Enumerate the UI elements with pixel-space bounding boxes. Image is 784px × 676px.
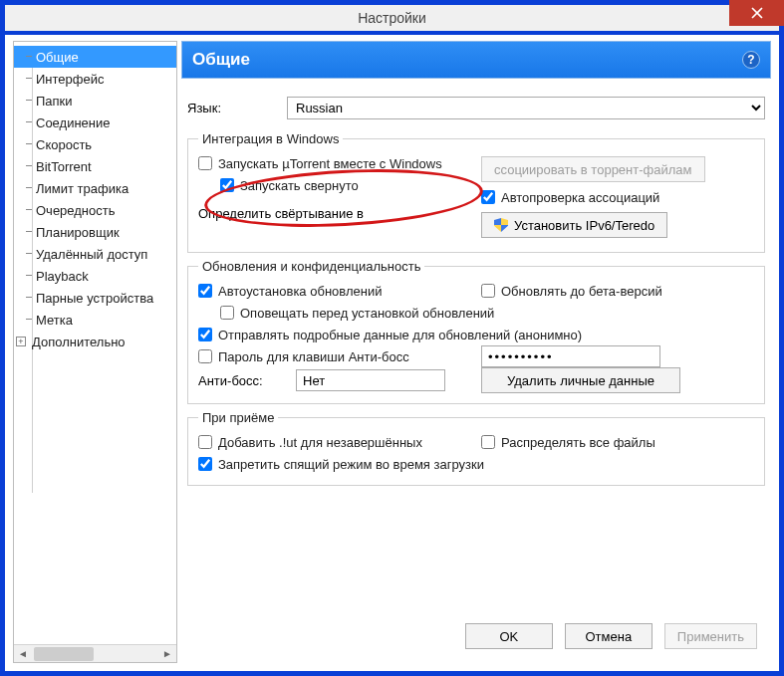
shield-icon [494,218,508,232]
tree-item-remote[interactable]: Удалённый доступ [14,243,176,265]
plus-icon[interactable]: + [16,337,26,346]
chk-addut[interactable]: Добавить .!ut для незавершённых [198,431,471,453]
btn-install-ipv6[interactable]: Установить IPv6/Teredo [481,212,667,238]
close-button[interactable] [729,0,784,26]
chk-beta[interactable]: Обновлять до бета-версий [481,280,754,302]
group-windows-integration: Интеграция в Windows Запускать µTorrent … [187,131,765,253]
chk-send-detail[interactable]: Отправлять подробные данные для обновлен… [198,324,754,345]
tree-item-limit[interactable]: Лимит трафика [14,177,176,199]
tree-item-folders[interactable]: Папки [14,90,176,112]
scroll-right-icon[interactable]: ► [158,645,176,663]
btn-clear-priv[interactable]: Удалить личные данные [481,367,680,393]
category-tree[interactable]: Общие Интерфейс Папки Соединение Скорост… [14,42,176,644]
tree-item-playback[interactable]: Playback [14,265,176,287]
chk-notify-update[interactable]: Оповещать перед установкой обновлений [198,302,754,324]
group-updates: Обновления и конфиденциальность Автоуста… [187,259,765,404]
window-title: Настройки [358,10,426,26]
chk-start-minimized[interactable]: Запускать свернуто [198,174,471,196]
close-icon [751,7,763,19]
minimize-as-label: Определить свёртывание в [198,206,364,221]
group-updates-legend: Обновления и конфиденциальность [198,259,424,274]
boss-key-field[interactable] [296,369,445,391]
scroll-left-icon[interactable]: ◄ [14,645,32,663]
scroll-thumb[interactable] [34,647,94,661]
tree-item-connection[interactable]: Соединение [14,112,176,133]
tree-item-scheduler[interactable]: Планировщик [14,221,176,243]
tree-item-speed[interactable]: Скорость [14,133,176,155]
tree-item-advanced[interactable]: +Дополнительно [14,331,176,352]
category-sidebar: Общие Интерфейс Папки Соединение Скорост… [13,41,177,663]
chk-start-with-windows[interactable]: Запускать µTorrent вместе с Windows [198,152,471,174]
chk-boss-pwd[interactable]: Пароль для клавиши Анти-босс [198,345,471,367]
btn-associate-torrent: ссоциировать в торрент-файлам [481,156,705,182]
chk-prealloc[interactable]: Распределять все файлы [481,431,754,453]
tree-item-paired[interactable]: Парные устройства [14,287,176,309]
cancel-button[interactable]: Отмена [565,623,653,649]
language-select[interactable]: Russian [287,97,765,119]
group-receive-legend: При приёме [198,410,278,425]
help-icon[interactable]: ? [742,51,760,69]
boss-label: Анти-босс: [198,373,288,388]
boss-password-field[interactable] [481,345,660,367]
apply-button: Применить [664,623,757,649]
group-receive: При приёме Добавить .!ut для незавершённ… [187,410,765,486]
tree-item-bittorrent[interactable]: BitTorrent [14,155,176,177]
tree-item-queue[interactable]: Очередность [14,199,176,221]
chk-auto-assoc[interactable]: Автопроверка ассоциаций [481,186,754,208]
dialog-footer: OK Отмена Применить [181,613,771,663]
language-label: Язык: [187,101,287,115]
chk-no-sleep[interactable]: Запретить спящий режим во время загрузки [198,453,754,475]
tree-item-general[interactable]: Общие [14,46,176,68]
panel-header: Общие ? [181,41,771,79]
panel-title: Общие [192,50,250,70]
chk-auto-update[interactable]: Автоустановка обновлений [198,280,471,302]
group-integration-legend: Интеграция в Windows [198,131,343,146]
tree-item-ui[interactable]: Интерфейс [14,68,176,90]
title-bar: Настройки [5,5,779,35]
tree-item-label[interactable]: Метка [14,309,176,331]
ok-button[interactable]: OK [465,623,553,649]
sidebar-scrollbar[interactable]: ◄ ► [14,644,176,662]
